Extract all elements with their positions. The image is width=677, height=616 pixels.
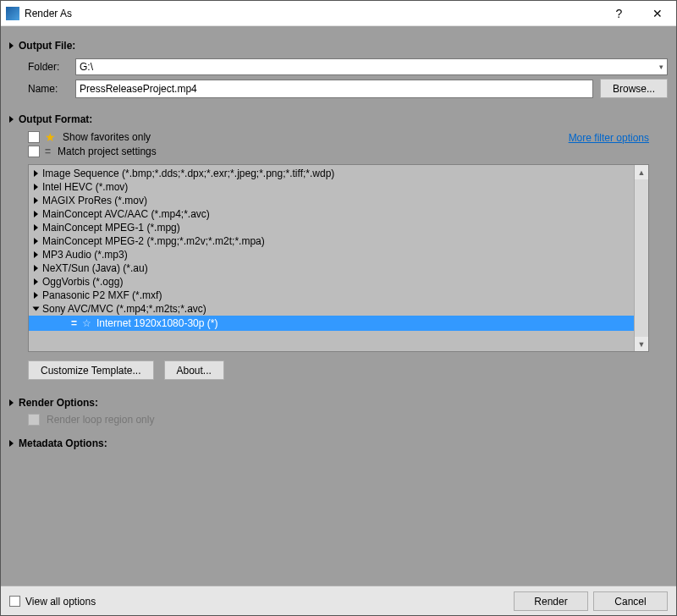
chevron-right-icon — [9, 42, 14, 49]
chevron-right-icon — [34, 170, 38, 177]
chevron-right-icon — [34, 197, 38, 204]
output-file-section: Output File: Folder: G:\ ▾ Name: Browse.… — [9, 36, 668, 98]
format-item[interactable]: MAGIX ProRes (*.mov) — [29, 194, 634, 207]
output-format-header[interactable]: Output Format: — [9, 110, 668, 129]
show-favorites-label: Show favorites only — [63, 131, 151, 143]
render-button[interactable]: Render — [514, 591, 588, 611]
format-item[interactable]: MainConcept MPEG-2 (*.mpg;*.m2v;*.m2t;*.… — [29, 234, 634, 248]
more-filter-link[interactable]: More filter options — [569, 132, 649, 144]
render-options-section: Render Options: Render loop region only — [9, 393, 668, 426]
equals-icon: = — [71, 317, 77, 329]
format-item[interactable]: OggVorbis (*.ogg) — [29, 275, 634, 289]
help-button[interactable]: ? — [600, 1, 638, 26]
scroll-down-button[interactable]: ▼ — [635, 337, 648, 351]
format-item[interactable]: MP3 Audio (*.mp3) — [29, 248, 634, 261]
metadata-options-header[interactable]: Metadata Options: — [9, 434, 668, 453]
folder-combo[interactable]: G:\ ▾ — [75, 58, 668, 75]
template-item-selected[interactable]: = ☆ Internet 1920x1080-30p (*) — [29, 316, 634, 331]
chevron-right-icon — [34, 238, 38, 245]
chevron-right-icon — [9, 440, 14, 447]
loop-region-label: Render loop region only — [47, 414, 154, 426]
scrollbar[interactable]: ▲ ▼ — [634, 165, 648, 351]
star-outline-icon: ☆ — [82, 317, 91, 329]
chevron-right-icon — [34, 278, 38, 285]
bottom-bar: View all options Render Cancel — [1, 586, 676, 616]
titlebar: Render As ? ✕ — [1, 1, 676, 26]
section-title: Output Format: — [19, 113, 92, 125]
template-label: Internet 1920x1080-30p (*) — [96, 317, 217, 329]
format-item-expanded[interactable]: Sony AVC/MVC (*.mp4;*.m2ts;*.avc) — [29, 302, 634, 316]
chevron-right-icon — [34, 251, 38, 258]
chevron-right-icon — [34, 292, 38, 299]
format-item[interactable]: Panasonic P2 MXF (*.mxf) — [29, 289, 634, 302]
folder-label: Folder: — [28, 61, 75, 73]
cancel-button[interactable]: Cancel — [593, 591, 668, 611]
chevron-down-icon: ▾ — [659, 63, 663, 71]
format-item[interactable]: Image Sequence (*.bmp;*.dds;*.dpx;*.exr;… — [29, 167, 634, 180]
name-label: Name: — [28, 83, 75, 95]
section-title: Render Options: — [19, 397, 98, 409]
view-all-checkbox[interactable] — [9, 596, 20, 607]
name-row: Name: Browse... — [28, 79, 668, 98]
chevron-down-icon — [33, 307, 40, 311]
equals-icon: = — [45, 146, 51, 157]
chevron-right-icon — [34, 184, 38, 190]
close-button[interactable]: ✕ — [638, 1, 676, 26]
chevron-right-icon — [9, 399, 14, 406]
chevron-right-icon — [34, 211, 38, 217]
metadata-options-section: Metadata Options: — [9, 434, 668, 453]
scroll-up-button[interactable]: ▲ — [635, 165, 648, 179]
render-options-header[interactable]: Render Options: — [9, 393, 668, 412]
chevron-right-icon — [34, 265, 38, 272]
chevron-right-icon — [9, 116, 14, 123]
folder-value: G:\ — [80, 61, 93, 73]
star-icon: ★ — [45, 130, 56, 144]
show-favorites-checkbox[interactable] — [28, 131, 40, 143]
section-title: Output File: — [19, 40, 75, 52]
name-input[interactable] — [75, 80, 593, 98]
app-icon — [6, 7, 19, 20]
browse-button[interactable]: Browse... — [600, 79, 668, 98]
view-all-label: View all options — [25, 596, 96, 608]
dialog-content: Output File: Folder: G:\ ▾ Name: Browse.… — [1, 26, 676, 586]
loop-region-checkbox — [28, 414, 40, 426]
format-item[interactable]: NeXT/Sun (Java) (*.au) — [29, 261, 634, 275]
format-item[interactable]: MainConcept AVC/AAC (*.mp4;*.avc) — [29, 207, 634, 221]
output-file-header[interactable]: Output File: — [9, 36, 668, 55]
window-title: Render As — [25, 8, 600, 19]
match-project-label: Match project settings — [58, 146, 157, 157]
format-buttons: Customize Template... About... — [28, 360, 649, 380]
folder-row: Folder: G:\ ▾ — [28, 58, 668, 75]
format-item[interactable]: MainConcept MPEG-1 (*.mpg) — [29, 221, 634, 234]
format-item[interactable]: Intel HEVC (*.mov) — [29, 180, 634, 194]
format-list-container: Image Sequence (*.bmp;*.dds;*.dpx;*.exr;… — [28, 164, 649, 352]
loop-region-row: Render loop region only — [28, 414, 668, 426]
about-button[interactable]: About... — [164, 360, 224, 380]
section-title: Metadata Options: — [19, 437, 107, 449]
customize-template-button[interactable]: Customize Template... — [28, 360, 154, 380]
format-list[interactable]: Image Sequence (*.bmp;*.dds;*.dpx;*.exr;… — [29, 165, 634, 351]
match-project-checkbox[interactable] — [28, 146, 40, 157]
output-format-section: Output Format: More filter options ★ Sho… — [9, 110, 668, 380]
match-project-row: = Match project settings — [28, 146, 668, 157]
chevron-right-icon — [34, 224, 38, 231]
